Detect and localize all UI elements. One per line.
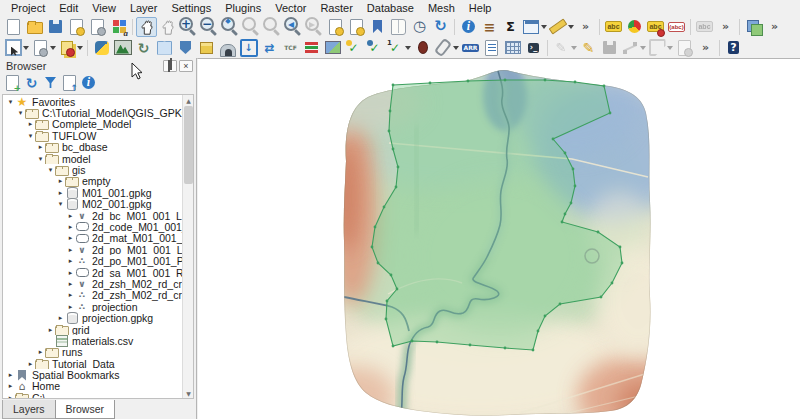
expander-icon[interactable]: ▸ [66,234,75,242]
modify-attributes-button[interactable] [674,38,695,58]
dropdown-arrow-icon[interactable] [640,46,646,50]
expander-icon[interactable]: ▸ [66,269,75,277]
expander-icon[interactable]: ▸ [66,212,75,220]
deselect-features-button[interactable] [57,38,84,58]
check-run-button[interactable]: ✓1 [385,38,412,58]
tuflow-console-button[interactable]: ›_ [523,38,544,58]
check-1d-button[interactable]: ✓ [343,38,364,58]
expander-icon[interactable]: ▾ [36,155,45,163]
dropdown-arrow-icon[interactable] [568,25,574,29]
tcf-tool-button[interactable]: TCF [280,38,301,58]
import-model-button[interactable]: ⇄ [259,38,280,58]
expander-icon[interactable]: ▸ [56,189,65,197]
zoom-to-layer-button[interactable] [262,17,283,37]
toolbar-overflow-2-button[interactable]: » [715,17,736,37]
layer-labeling-button[interactable] [603,17,624,37]
python-console-button[interactable] [91,38,112,58]
select-features-button[interactable] [3,38,30,58]
menu-mesh[interactable]: Mesh [421,1,462,15]
tree-item[interactable]: ▾C:\Tutorial_Model\QGIS_GPKG\Module_02 [3,107,182,118]
new-spatial-bookmark-button[interactable] [367,17,388,37]
tree-item[interactable]: ▸C:\ [3,392,182,399]
tree-item[interactable]: ▸M01_001.gpkg [3,187,182,198]
dropdown-arrow-icon[interactable] [541,25,547,29]
export-image-button[interactable] [322,38,343,58]
zoom-out-button[interactable]: − [199,17,220,37]
menu-help[interactable]: Help [462,1,499,15]
show-bookmark-manager-button[interactable] [388,17,409,37]
reload-data-button[interactable]: ↻ [133,38,154,58]
toggle-editing-button[interactable]: ✎ [578,38,599,58]
expander-icon[interactable]: ▸ [66,223,75,231]
collapse-all-button[interactable]: ↑ [60,74,79,92]
save-edits-button[interactable] [599,38,620,58]
add-selected-layers-button[interactable]: + [3,74,22,92]
tree-item[interactable]: ▸⌂Home [3,381,182,392]
expander-icon[interactable]: ▸ [46,326,55,334]
tree-item[interactable]: ▾model [3,153,182,164]
expander-icon[interactable]: ▸ [6,382,15,390]
dropdown-arrow-icon[interactable] [667,46,673,50]
arr-tool-button[interactable]: ARR [460,38,481,58]
expander-icon[interactable]: ▾ [6,98,15,106]
dropdown-arrow-icon[interactable] [571,46,577,50]
menu-edit[interactable]: Edit [52,1,85,15]
layer-diagram-button[interactable] [624,17,645,37]
tree-item[interactable]: ▸bc_dbase [3,142,182,153]
tree-item[interactable]: ▸runs [3,347,182,358]
dock-tab-browser[interactable]: Browser [55,400,116,419]
check-2d-button[interactable]: ✓ [364,38,385,58]
expander-icon[interactable]: ▾ [56,200,65,208]
show-statistics-button[interactable]: Σ [500,17,521,37]
vertex-tool-button[interactable] [647,38,674,58]
scroll-down-icon[interactable]: ▼ [183,388,194,398]
toolbar-overflow-4-button[interactable]: » [695,38,716,58]
tree-item[interactable]: ▾gis [3,164,182,175]
expander-icon[interactable]: ▾ [16,109,25,117]
new-map-view-button[interactable] [325,17,346,37]
scrollbar-thumb[interactable] [184,106,193,184]
expander-icon[interactable]: ▸ [36,348,45,356]
pan-to-selection-button[interactable] [157,17,178,37]
tree-item[interactable]: ▸∴2d_po_M01_001_P [3,255,182,266]
pin-labels-button[interactable] [645,17,666,37]
temporal-controller-button[interactable]: ◷ [409,17,430,37]
expander-icon[interactable]: ▸ [66,280,75,288]
highlight-pinned-labels-button[interactable] [666,17,687,37]
dropdown-arrow-icon[interactable] [23,46,29,50]
expander-icon[interactable]: ▸ [6,371,15,379]
measure-button[interactable] [548,17,575,37]
new-print-layout-button[interactable] [66,17,87,37]
download-tool-button[interactable]: ↓ [238,38,259,58]
expander-icon[interactable]: ▸ [6,394,15,399]
expander-icon[interactable]: ▸ [66,246,75,254]
zoom-in-button[interactable]: + [178,17,199,37]
refresh-browser-button[interactable]: ↻ [22,74,41,92]
add-layer-group-button[interactable] [743,17,764,37]
toolbar-overflow-3-button[interactable]: » [764,17,785,37]
tree-item[interactable]: ▾TUFLOW [3,130,182,141]
run-stack-button[interactable] [301,38,322,58]
tree-item[interactable]: ▾★Favorites [3,96,182,107]
menu-database[interactable]: Database [360,1,421,15]
tree-item[interactable]: ▸∴2d_zsh_M02_rd_crest_001_P [3,290,182,301]
tree-scrollbar[interactable]: ▲ ▼ [182,95,193,398]
dock-tab-layers[interactable]: Layers [2,400,56,419]
1d-network-button[interactable] [196,38,217,58]
zoom-to-selection-button[interactable] [241,17,262,37]
expander-icon[interactable]: ▸ [56,177,65,185]
attachments-button[interactable] [433,38,460,58]
statistical-summary-button[interactable]: ≡ [479,17,500,37]
identify-features-button[interactable]: i [458,17,479,37]
move-label-button[interactable] [694,17,715,37]
tree-item[interactable]: ▸2d_mat_M01_001_R [3,233,182,244]
tree-item[interactable]: materials.csv [3,335,182,346]
expander-icon[interactable]: ▸ [66,257,75,265]
dropdown-arrow-icon[interactable] [50,46,56,50]
tree-item[interactable]: ▸∴projection [3,301,182,312]
menu-vector[interactable]: Vector [268,1,313,15]
menu-raster[interactable]: Raster [313,1,359,15]
add-feature-button[interactable] [620,38,647,58]
zoom-next-button[interactable]: ▸ [304,17,325,37]
save-project-button[interactable] [45,17,66,37]
